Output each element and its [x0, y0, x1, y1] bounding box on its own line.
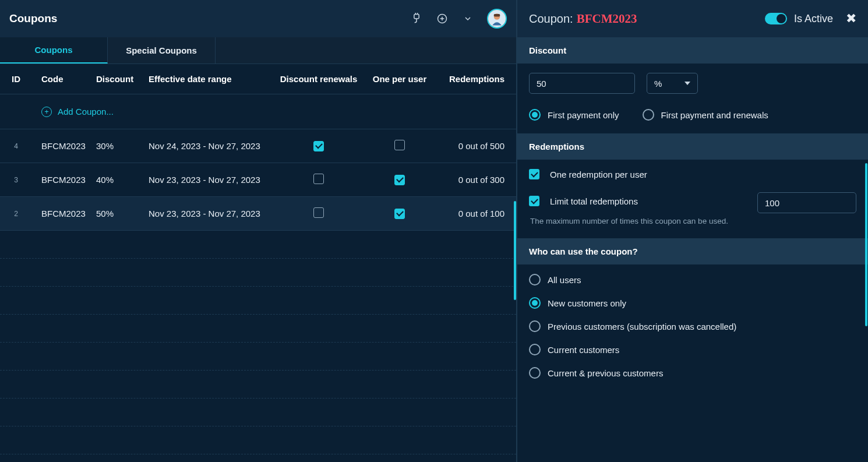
limit-total-input[interactable] [757, 192, 856, 213]
th-id: ID [0, 74, 32, 84]
close-icon[interactable]: ✖ [846, 11, 856, 26]
th-one-per-user: One per user [362, 74, 437, 84]
th-code: Code [32, 74, 96, 84]
th-date-range: Effective date range [149, 74, 276, 84]
radio-label: Current customers [548, 345, 619, 355]
scrollbar-thumb[interactable] [865, 163, 867, 326]
discount-unit-select[interactable]: % [647, 73, 698, 94]
editor-title: Coupon: BFCM2023 [529, 12, 758, 26]
cell-date-range: Nov 23, 2023 - Nov 27, 2023 [149, 175, 276, 185]
radio-current-previous-customers[interactable]: Current & previous customers [529, 367, 856, 379]
checkbox-label: Limit total redemptions [550, 196, 638, 206]
cell-code: BFCM2023 [32, 209, 96, 218]
cell-date-range: Nov 23, 2023 - Nov 27, 2023 [149, 209, 276, 218]
plug-icon[interactable] [410, 12, 423, 25]
add-coupon-button[interactable]: + Add Coupon... [32, 107, 114, 117]
radio-icon [529, 297, 541, 309]
checkbox-one-redemption-per-user[interactable] [529, 169, 539, 179]
table-row[interactable]: 2 BFCM2023 50% Nov 23, 2023 - Nov 27, 20… [0, 197, 516, 231]
checkbox-renewals[interactable] [313, 141, 324, 151]
checkbox-renewals[interactable] [313, 207, 324, 218]
active-toggle[interactable] [765, 13, 787, 24]
cell-redemptions: 0 out of 100 [437, 209, 516, 218]
checkbox-one-per-user[interactable] [394, 175, 405, 185]
table-row[interactable]: 4 BFCM2023 30% Nov 24, 2023 - Nov 27, 20… [0, 129, 516, 163]
radio-label: All users [548, 275, 581, 285]
section-who-header: Who can use the coupon? [517, 238, 868, 264]
active-label: Is Active [794, 13, 833, 25]
add-coupon-label: Add Coupon... [58, 107, 114, 117]
th-discount: Discount [96, 74, 149, 84]
checkbox-one-per-user[interactable] [394, 140, 405, 150]
radio-icon [643, 109, 654, 121]
limit-help-text: The maximum number of times this coupon … [530, 217, 856, 225]
add-icon[interactable] [436, 12, 449, 25]
editor-title-prefix: Coupon: [529, 12, 573, 26]
cell-discount: 30% [96, 141, 149, 151]
radio-first-payment-only[interactable]: First payment only [529, 109, 619, 121]
radio-label: First payment and renewals [661, 110, 768, 120]
cell-redemptions: 0 out of 300 [437, 175, 516, 185]
svg-rect-8 [494, 14, 500, 16]
radio-label: New customers only [548, 298, 626, 308]
radio-icon [529, 274, 541, 285]
plus-circle-icon: + [41, 107, 52, 117]
cell-redemptions: 0 out of 500 [437, 141, 516, 151]
cell-code: BFCM2023 [32, 175, 96, 185]
radio-icon [529, 367, 541, 379]
radio-new-customers[interactable]: New customers only [529, 297, 856, 309]
svg-rect-0 [414, 15, 419, 19]
chevron-down-icon[interactable] [461, 12, 474, 25]
radio-previous-customers[interactable]: Previous customers (subscription was can… [529, 320, 856, 332]
cell-discount: 50% [96, 209, 149, 218]
cell-discount: 40% [96, 175, 149, 185]
tab-spacer [216, 37, 516, 64]
radio-icon [529, 320, 541, 332]
radio-current-customers[interactable]: Current customers [529, 344, 856, 355]
table-row[interactable]: 3 BFCM2023 40% Nov 23, 2023 - Nov 27, 20… [0, 163, 516, 197]
checkbox-one-per-user[interactable] [394, 209, 405, 219]
checkbox-label: One redemption per user [550, 170, 647, 179]
checkbox-renewals[interactable] [313, 174, 324, 184]
checkbox-limit-total[interactable] [529, 196, 539, 206]
page-title: Coupons [9, 12, 410, 25]
cell-id: 4 [0, 142, 32, 150]
th-renewals: Discount renewals [276, 74, 362, 84]
discount-unit-label: % [654, 79, 662, 89]
editor-coupon-code: BFCM2023 [577, 12, 637, 26]
tab-special-coupons[interactable]: Special Coupons [108, 37, 216, 64]
tab-coupons[interactable]: Coupons [0, 37, 108, 64]
radio-icon [529, 109, 541, 121]
empty-rows [0, 231, 516, 462]
cell-date-range: Nov 24, 2023 - Nov 27, 2023 [149, 141, 276, 151]
section-discount-header: Discount [517, 37, 868, 64]
cell-id: 3 [0, 176, 32, 184]
cell-id: 2 [0, 210, 32, 218]
radio-label: First payment only [548, 110, 619, 120]
caret-down-icon [684, 82, 690, 85]
cell-code: BFCM2023 [32, 141, 96, 151]
th-redemptions: Redemptions [437, 74, 516, 84]
radio-first-and-renewals[interactable]: First payment and renewals [643, 109, 768, 121]
radio-label: Current & previous customers [548, 368, 663, 378]
radio-label: Previous customers (subscription was can… [548, 322, 736, 331]
avatar[interactable] [487, 9, 507, 29]
discount-value-input[interactable] [529, 73, 635, 94]
section-redemptions-header: Redemptions [517, 133, 868, 160]
radio-icon [529, 344, 541, 355]
radio-all-users[interactable]: All users [529, 274, 856, 285]
scrollbar-thumb[interactable] [514, 201, 516, 300]
